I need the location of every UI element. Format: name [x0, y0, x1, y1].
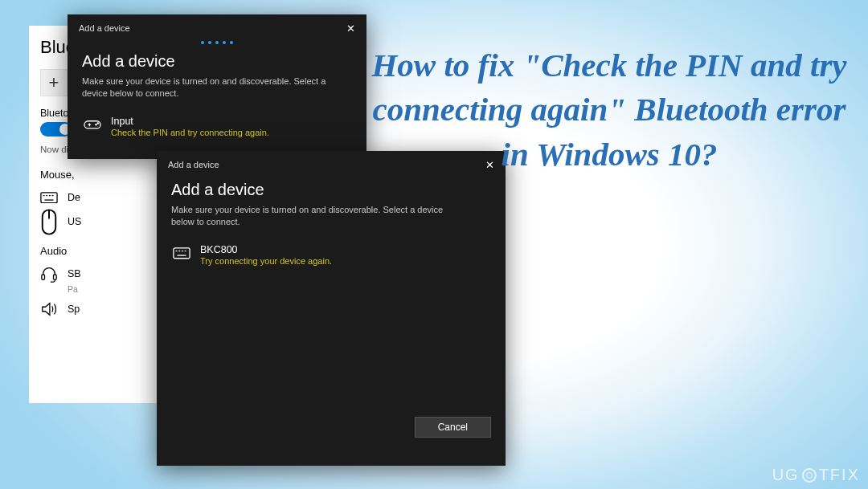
gamepad-icon	[84, 116, 101, 134]
svg-rect-10	[84, 121, 100, 128]
device-mouse-label: US	[68, 216, 81, 227]
gear-icon	[802, 468, 817, 483]
dialog-2-subtitle: Make sure your device is turned on and d…	[171, 204, 444, 228]
svg-rect-0	[41, 193, 57, 203]
svg-point-11	[95, 124, 97, 126]
svg-rect-8	[42, 275, 45, 279]
keyboard-icon	[40, 189, 58, 206]
dialog-1-subtitle: Make sure your device is turned on and d…	[82, 75, 352, 100]
dialog-2-device[interactable]: BKC800 Try connecting your device again.	[171, 239, 491, 271]
add-device-dialog-2: Add a device ✕ Add a device Make sure yo…	[157, 151, 506, 466]
watermark-text-b: TFIX	[819, 466, 860, 484]
loading-indicator	[68, 41, 366, 44]
dialog-1-device-name: Input	[111, 116, 269, 127]
dialog-1-device-error: Check the PIN and try connecting again.	[111, 128, 269, 137]
dialog-2-device-error: Try connecting your device again.	[200, 256, 332, 266]
keyboard-icon	[173, 245, 190, 263]
watermark-text-a: UG	[772, 466, 800, 484]
speaker-icon	[40, 300, 58, 318]
headset-icon	[40, 265, 58, 283]
device-headset-label: SB	[68, 268, 81, 279]
add-device-dialog-1: Add a device ✕ Add a device Make sure yo…	[68, 14, 366, 159]
device-keyboard-label: De	[68, 192, 80, 203]
mouse-icon	[40, 213, 58, 230]
svg-rect-15	[174, 248, 190, 259]
close-icon[interactable]: ✕	[481, 157, 497, 173]
plus-icon[interactable]: +	[40, 69, 68, 96]
dialog-1-titlebar: Add a device ✕	[68, 14, 366, 39]
dialog-1-device[interactable]: Input Check the PIN and try connecting a…	[82, 111, 352, 142]
cancel-button[interactable]: Cancel	[415, 417, 491, 438]
dialog-1-title: Add a device	[79, 23, 130, 33]
dialog-2-titlebar: Add a device ✕	[157, 151, 506, 176]
watermark: UG TFIX	[772, 466, 860, 484]
dialog-2-device-name: BKC800	[200, 244, 332, 255]
dialog-1-heading: Add a device	[82, 52, 352, 71]
close-icon[interactable]: ✕	[342, 20, 358, 36]
dialog-2-heading: Add a device	[171, 181, 491, 199]
svg-point-12	[97, 123, 100, 125]
dialog-2-title: Add a device	[168, 160, 219, 169]
device-speaker-label: Sp	[68, 304, 80, 315]
svg-rect-9	[54, 275, 57, 279]
